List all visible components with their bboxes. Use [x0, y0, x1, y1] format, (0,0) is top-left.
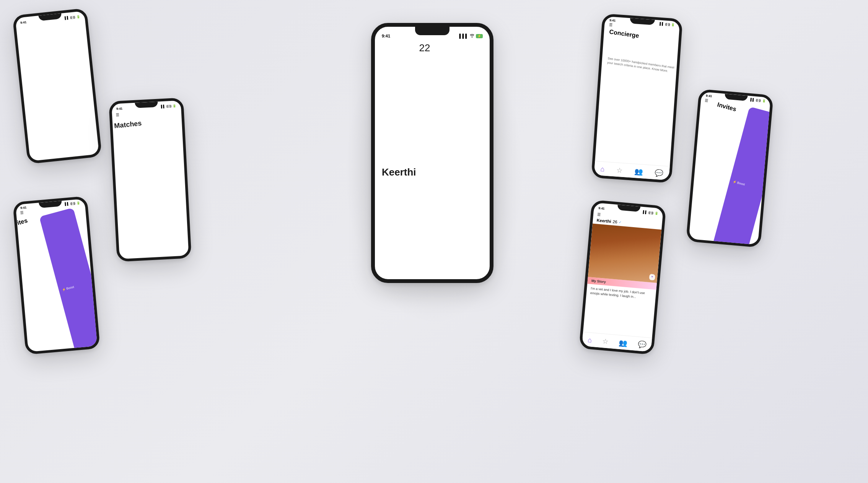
- nav-star-4[interactable]: ☆: [616, 166, 623, 175]
- matches-title: Matches: [109, 113, 192, 262]
- nav-star-5[interactable]: ☆: [602, 337, 609, 346]
- nav-matches-4[interactable]: 👥: [634, 167, 643, 176]
- verified-icon-5: ✓: [619, 220, 622, 224]
- time-1: 9:41: [20, 21, 27, 25]
- time-2: 9:41: [116, 107, 122, 111]
- status-icons-3: ▌▌▌ ⚡: [459, 34, 483, 38]
- invites-header-6: Invites ⚡ Boost: [686, 101, 774, 248]
- svg-point-0: [472, 36, 473, 37]
- nav-matches-5[interactable]: 👥: [619, 338, 628, 348]
- nav-chat-5[interactable]: 💬: [637, 340, 647, 349]
- phone-concierge: 9:41 ▌▌((·))🔋 ☰ Concierge See over 10000…: [591, 13, 682, 183]
- profile-name-3: Keerthi 22 ✓: [382, 42, 493, 283]
- menu-icon-1[interactable]: ☰: [12, 16, 102, 164]
- time-3: 9:41: [382, 34, 390, 38]
- nav-chat-4[interactable]: 💬: [655, 169, 663, 177]
- phone-profile-keerthi-left: 9:41 ▌▌((·))🔋 ☰ Keerthi 26 ✓ ❝ My Story …: [12, 8, 102, 164]
- phone-matches: 9:41 ▌▌((·))🔋 ☰ Matches Akhil How did yo…: [109, 98, 192, 262]
- phone-invites-right: 9:41 ▌▌((·))🔋 ☰ Invites ⚡ Boost Rohit 26…: [686, 89, 774, 247]
- user-name-5: Keerthi: [596, 218, 611, 224]
- nav-home-4[interactable]: ⌂: [600, 165, 605, 173]
- time-5: 9:41: [598, 207, 605, 210]
- nav-home-5[interactable]: ⌂: [587, 336, 592, 344]
- status-bar-3: 9:41 ▌▌▌ ⚡: [375, 30, 490, 38]
- profile-photo-5: ❝: [588, 224, 662, 283]
- quote-badge-5[interactable]: ❝: [649, 274, 655, 280]
- phone-keerthi-bottom-right: 9:41 ▌▌((·))🔋 ☰ Keerthi 26 ✓ ❝ My Story …: [579, 200, 666, 355]
- invites-header-7: Invites ⚡ Boost: [13, 207, 100, 355]
- phone-invites-left: 9:41 ▌▌((·))🔋 ☰ Invites ⚡ Boost Rohit 26…: [13, 196, 100, 355]
- profile-header-3: Keerthi 22 ✓ Data Analyst at ZephyrTech …: [375, 38, 493, 283]
- status-icons-2: ▌▌((·))🔋: [161, 104, 177, 108]
- phone-main-keerthi: 9:41 ▌▌▌ ⚡ Keerthi 22 ✓ Data Analyst at …: [371, 23, 493, 283]
- status-icons-5: ▌▌((·))🔋: [643, 210, 658, 215]
- user-age-5: 26: [612, 219, 617, 224]
